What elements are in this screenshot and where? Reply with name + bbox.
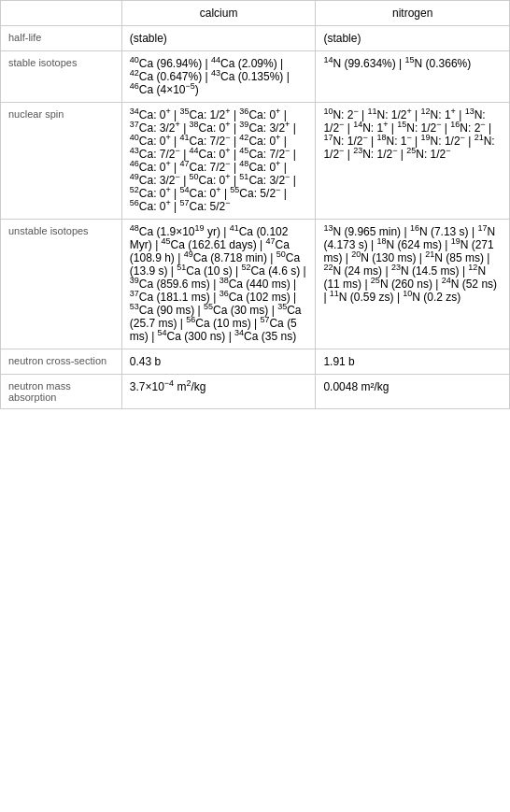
calcium-header: calcium [121, 1, 316, 26]
row-label-4: neutron cross-section [1, 349, 122, 375]
calcium-cell-5: 3.7×10−4 m2/kg [121, 375, 316, 409]
nitrogen-cell-5: 0.0048 m²/kg [316, 375, 510, 409]
calcium-cell-2: 34Ca: 0+ | 35Ca: 1/2+ | 36Ca: 0+ | 37Ca:… [121, 103, 316, 220]
row-label-3: unstable isotopes [1, 220, 122, 349]
nitrogen-cell-2: 10N: 2− | 11N: 1/2+ | 12N: 1+ | 13N: 1/2… [316, 103, 510, 220]
calcium-cell-4: 0.43 b [121, 349, 316, 375]
calcium-cell-0: (stable) [121, 26, 316, 51]
nitrogen-cell-3: 13N (9.965 min) | 16N (7.13 s) | 17N (4.… [316, 220, 510, 349]
nitrogen-header: nitrogen [316, 1, 510, 26]
row-label-0: half-life [1, 26, 122, 51]
nitrogen-cell-0: (stable) [316, 26, 510, 51]
row-label-1: stable isotopes [1, 51, 122, 103]
row-label-5: neutron mass absorption [1, 375, 122, 409]
nitrogen-cell-4: 1.91 b [316, 349, 510, 375]
nitrogen-cell-1: 14N (99.634%) | 15N (0.366%) [316, 51, 510, 103]
empty-header [1, 1, 122, 26]
calcium-cell-3: 48Ca (1.9×1019 yr) | 41Ca (0.102 Myr) | … [121, 220, 316, 349]
calcium-cell-1: 40Ca (96.94%) | 44Ca (2.09%) | 42Ca (0.6… [121, 51, 316, 103]
row-label-2: nuclear spin [1, 103, 122, 220]
